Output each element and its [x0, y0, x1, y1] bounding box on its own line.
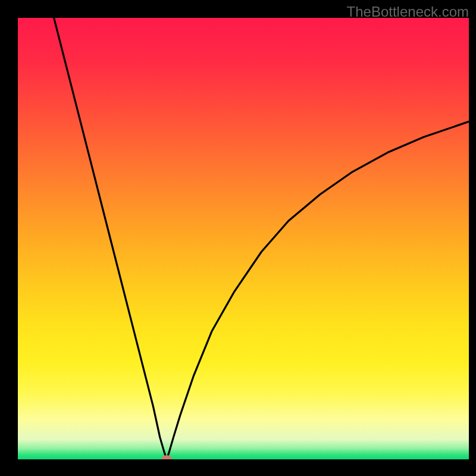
bottleneck-chart	[0, 0, 476, 476]
optimum-marker	[161, 455, 172, 464]
watermark-text: TheBottleneck.com	[347, 4, 469, 20]
chart-container: TheBottleneck.com	[0, 0, 476, 476]
gradient-background	[18, 18, 469, 459]
